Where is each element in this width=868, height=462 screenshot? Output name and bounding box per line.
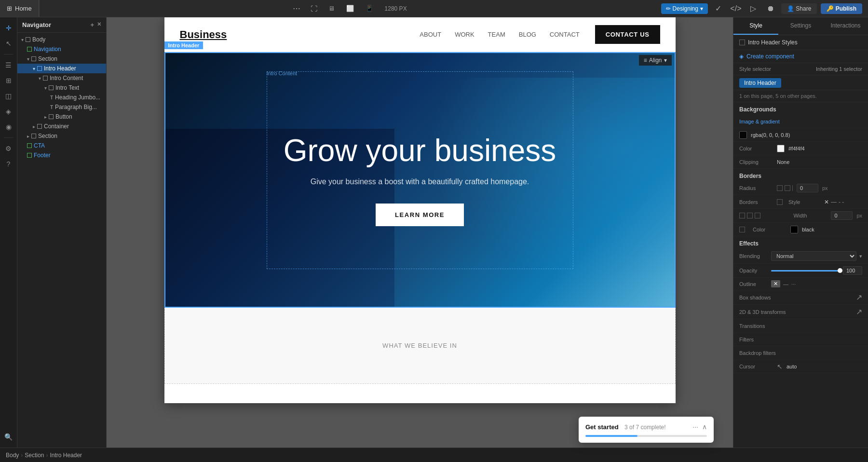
transforms-expand-icon[interactable]: ↗ [856, 307, 862, 316]
nav-team[interactable]: TEAM [488, 31, 505, 38]
add-item-icon[interactable]: + [90, 21, 94, 28]
components-button[interactable]: ⊞ [2, 74, 15, 87]
tree-item-body[interactable]: ▾ Body [17, 35, 106, 44]
blending-select[interactable]: Normal [771, 251, 856, 261]
preview-button[interactable]: ▷ [746, 2, 760, 15]
canvas-area: Business ABOUT WORK TEAM BLOG CONTACT CO… [107, 17, 733, 448]
nav-contact[interactable]: CONTACT [550, 31, 580, 38]
code-button[interactable]: </> [729, 2, 743, 15]
tree-item-cta[interactable]: CTA [17, 141, 106, 150]
settings-tool-button[interactable]: ⚙ [2, 142, 15, 155]
add-tool-button[interactable]: ✛ [2, 21, 15, 35]
border-solid-icon[interactable]: — [831, 199, 837, 205]
expand-button[interactable]: ⛶ [307, 2, 321, 15]
bg-color-swatch[interactable] [739, 131, 747, 139]
close-navigator-icon[interactable]: ✕ [97, 21, 101, 28]
border-x-icon[interactable]: ✕ [824, 199, 829, 205]
tree-item-intro-header[interactable]: ▾ Intro Header [17, 64, 106, 73]
border-t-cb[interactable] [747, 213, 753, 218]
border-cb-top[interactable] [777, 199, 783, 205]
more-options-button[interactable]: ⋯ [290, 2, 303, 15]
filters-label: Filters [739, 337, 773, 342]
box-shadows-label: Box shadows [739, 295, 773, 300]
border-all-cb[interactable] [739, 213, 745, 218]
nav-blog[interactable]: BLOG [519, 31, 536, 38]
select-tool-button[interactable]: ↖ [2, 37, 15, 50]
apps-button[interactable]: ◉ [2, 120, 15, 134]
desktop-device-button[interactable]: 🖥 [325, 3, 339, 14]
tablet-device-button[interactable]: ⬜ [342, 3, 358, 14]
tree-item-paragraph[interactable]: T Paragraph Big... [17, 102, 106, 112]
box-icon [37, 124, 42, 129]
radius-cb-tr[interactable] [785, 185, 790, 191]
align-button[interactable]: ≡ Align ▾ [639, 55, 672, 66]
share-button[interactable]: 👤 Share [781, 3, 817, 14]
intro-header[interactable]: ≡ Align ▾ Intro Content Grow your busine… [164, 52, 676, 308]
breadcrumb-body[interactable]: Body [6, 452, 19, 459]
tab-interactions[interactable]: Interactions [823, 17, 868, 35]
tree-label-cta: CTA [34, 142, 45, 149]
tree-item-section-1[interactable]: ▾ Section [17, 54, 106, 64]
intro-header-styles-section: Intro Header Styles [733, 35, 868, 50]
help-button[interactable]: ? [2, 157, 15, 171]
border-dashed-icon[interactable]: - - [839, 199, 844, 205]
border-width-input[interactable] [831, 211, 853, 220]
tree-item-navigation[interactable]: Navigation [17, 44, 106, 54]
border-b-cb[interactable] [755, 213, 760, 218]
publish-button[interactable]: 🔑 Publish [821, 3, 862, 14]
search-button[interactable]: 🔍 [2, 430, 15, 444]
border-color-swatch[interactable] [790, 226, 798, 233]
checkmark-button[interactable]: ✓ [712, 2, 725, 15]
learn-more-button[interactable]: LEARN MORE [376, 204, 464, 226]
top-bar-center: ⋯ ⛶ 🖥 ⬜ 📱 1280 PX [40, 2, 661, 15]
assets-button[interactable]: ◫ [2, 89, 15, 103]
record-button[interactable]: ⏺ [764, 2, 777, 15]
top-bar: ⊞ Home ⋯ ⛶ 🖥 ⬜ 📱 1280 PX ✏ Designing ▾ ✓… [0, 0, 868, 17]
intro-header-style-tag[interactable]: Intro Header [739, 78, 781, 88]
mobile-device-button[interactable]: 📱 [362, 3, 377, 14]
opacity-input[interactable] [843, 266, 862, 275]
tab-settings[interactable]: Settings [778, 17, 823, 35]
radius-cb-tl[interactable] [777, 185, 783, 191]
tree-item-heading[interactable]: T Heading Jumbo... [17, 93, 106, 102]
breadcrumb-intro-header[interactable]: Intro Header [50, 452, 82, 459]
opacity-slider[interactable] [771, 270, 840, 272]
tree-item-container[interactable]: ▸ Container [17, 122, 106, 131]
layers-button[interactable]: ☰ [2, 58, 15, 72]
contact-us-button[interactable]: CONTACT US [595, 25, 660, 44]
color-swatch[interactable] [777, 145, 785, 152]
outline-label: Outline [739, 281, 768, 287]
nav-about[interactable]: ABOUT [420, 31, 441, 38]
home-tab[interactable]: ⊞ Home [0, 0, 39, 17]
popup-close-button[interactable]: ∧ [702, 423, 707, 431]
tree-item-intro-text[interactable]: ▾ Intro Text [17, 83, 106, 93]
intro-styles-label: Intro Header Styles [748, 39, 798, 46]
outline-x-button[interactable]: ✕ [771, 280, 780, 287]
intro-styles-checkbox[interactable] [739, 40, 745, 45]
right-panel: Style Settings Interactions Intro Header… [733, 17, 868, 448]
border-color-cb[interactable] [739, 227, 745, 232]
breadcrumb-section[interactable]: Section [25, 452, 44, 459]
intro-heading[interactable]: Grow your business [284, 134, 556, 167]
box-shadows-expand-icon[interactable]: ↗ [856, 293, 862, 302]
panel-tabs: Style Settings Interactions [733, 17, 868, 35]
tree-item-footer[interactable]: Footer [17, 150, 106, 160]
styles-button[interactable]: ◈ [2, 105, 15, 118]
radius-row: Radius px [733, 181, 868, 195]
outline-dots-button[interactable]: ··· [791, 281, 796, 287]
tab-style[interactable]: Style [733, 17, 778, 35]
nav-work[interactable]: WORK [455, 31, 474, 38]
opacity-thumb[interactable] [838, 268, 842, 273]
image-gradient-link[interactable]: Image & gradient [739, 119, 780, 124]
tree-item-section-2[interactable]: ▸ Section [17, 131, 106, 141]
create-component-button[interactable]: ◈ Create component [733, 50, 868, 63]
outline-minus-button[interactable]: — [783, 281, 788, 287]
popup-more-button[interactable]: ··· [692, 423, 698, 431]
designing-mode-button[interactable]: ✏ Designing ▾ [661, 3, 708, 14]
radius-input[interactable] [797, 184, 818, 192]
tree-item-intro-content[interactable]: ▾ Intro Content [17, 73, 106, 83]
border-width-label: Width [793, 213, 827, 218]
tree-item-button[interactable]: ▸ Button [17, 112, 106, 122]
intro-subtitle[interactable]: Give your business a boost with a beauti… [311, 177, 529, 186]
image-gradient-row[interactable]: Image & gradient [733, 115, 868, 128]
